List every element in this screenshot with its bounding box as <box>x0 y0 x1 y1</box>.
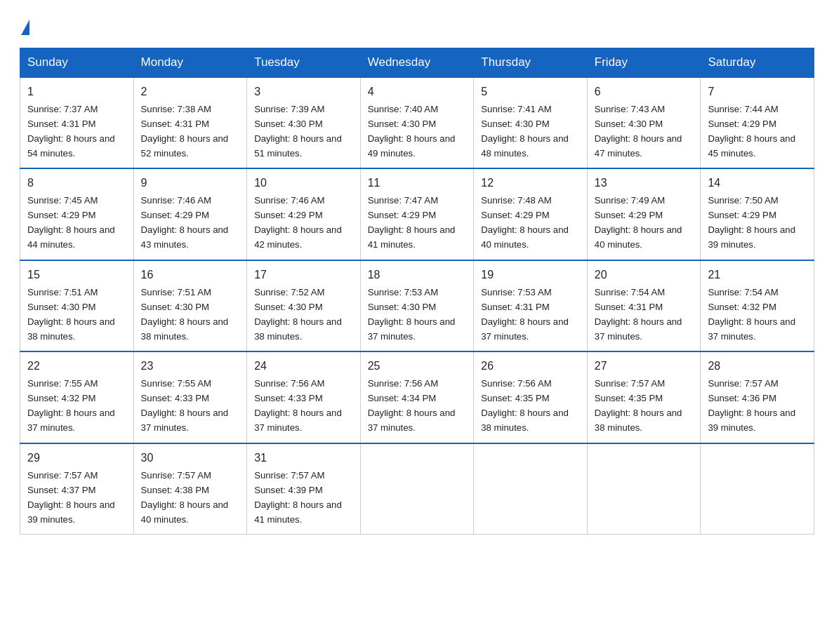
calendar-header-tuesday: Tuesday <box>247 48 361 78</box>
logo <box>20 17 32 35</box>
day-number: 8 <box>27 175 126 192</box>
calendar-cell: 3Sunrise: 7:39 AMSunset: 4:30 PMDaylight… <box>247 77 361 168</box>
day-daylight: Daylight: 8 hours and 37 minutes. <box>254 408 342 433</box>
day-daylight: Daylight: 8 hours and 43 minutes. <box>141 224 229 250</box>
day-daylight: Daylight: 8 hours and 39 minutes. <box>27 499 115 525</box>
calendar-week-row: 8Sunrise: 7:45 AMSunset: 4:29 PMDaylight… <box>20 168 814 260</box>
day-sunset: Sunset: 4:29 PM <box>708 210 776 220</box>
day-daylight: Daylight: 8 hours and 41 minutes. <box>254 499 342 525</box>
day-sunset: Sunset: 4:30 PM <box>141 302 210 312</box>
day-sunrise: Sunrise: 7:57 AM <box>141 470 211 481</box>
calendar-table: SundayMondayTuesdayWednesdayThursdayFrid… <box>20 48 814 535</box>
day-daylight: Daylight: 8 hours and 52 minutes. <box>141 133 229 159</box>
calendar-cell: 26Sunrise: 7:56 AMSunset: 4:35 PMDayligh… <box>474 351 588 443</box>
calendar-cell: 24Sunrise: 7:56 AMSunset: 4:33 PMDayligh… <box>247 351 361 443</box>
calendar-cell: 29Sunrise: 7:57 AMSunset: 4:37 PMDayligh… <box>20 443 134 535</box>
day-sunrise: Sunrise: 7:56 AM <box>254 378 324 389</box>
calendar-cell: 5Sunrise: 7:41 AMSunset: 4:30 PMDaylight… <box>474 77 588 168</box>
day-number: 25 <box>368 358 467 375</box>
day-number: 3 <box>254 83 353 101</box>
day-daylight: Daylight: 8 hours and 45 minutes. <box>708 133 795 159</box>
calendar-cell: 23Sunrise: 7:55 AMSunset: 4:33 PMDayligh… <box>133 351 247 443</box>
day-sunrise: Sunrise: 7:48 AM <box>481 195 551 206</box>
day-number: 28 <box>708 358 807 375</box>
page-header <box>20 17 814 35</box>
calendar-cell: 31Sunrise: 7:57 AMSunset: 4:39 PMDayligh… <box>247 443 361 535</box>
day-sunset: Sunset: 4:29 PM <box>708 119 776 129</box>
day-sunset: Sunset: 4:31 PM <box>27 119 96 129</box>
day-number: 14 <box>708 175 807 192</box>
day-number: 16 <box>141 267 240 284</box>
day-daylight: Daylight: 8 hours and 40 minutes. <box>141 499 229 525</box>
calendar-cell: 7Sunrise: 7:44 AMSunset: 4:29 PMDaylight… <box>701 77 814 168</box>
calendar-cell: 22Sunrise: 7:55 AMSunset: 4:32 PMDayligh… <box>20 351 134 443</box>
day-number: 11 <box>368 175 467 192</box>
day-number: 23 <box>141 358 240 375</box>
day-sunset: Sunset: 4:33 PM <box>254 393 323 403</box>
day-daylight: Daylight: 8 hours and 39 minutes. <box>708 224 795 250</box>
day-daylight: Daylight: 8 hours and 51 minutes. <box>254 133 342 159</box>
day-number: 24 <box>254 358 353 375</box>
calendar-cell: 18Sunrise: 7:53 AMSunset: 4:30 PMDayligh… <box>360 260 474 351</box>
day-daylight: Daylight: 8 hours and 38 minutes. <box>481 408 569 433</box>
day-daylight: Daylight: 8 hours and 37 minutes. <box>27 408 115 433</box>
calendar-cell: 15Sunrise: 7:51 AMSunset: 4:30 PMDayligh… <box>20 260 134 351</box>
day-sunset: Sunset: 4:30 PM <box>368 302 437 312</box>
calendar-cell: 2Sunrise: 7:38 AMSunset: 4:31 PMDaylight… <box>133 77 247 168</box>
day-sunset: Sunset: 4:30 PM <box>595 119 663 129</box>
calendar-header-wednesday: Wednesday <box>360 48 474 78</box>
day-daylight: Daylight: 8 hours and 38 minutes. <box>254 316 342 342</box>
day-daylight: Daylight: 8 hours and 40 minutes. <box>481 224 569 250</box>
day-sunrise: Sunrise: 7:43 AM <box>595 104 665 114</box>
day-number: 13 <box>595 175 694 192</box>
day-number: 5 <box>481 83 580 101</box>
calendar-cell: 4Sunrise: 7:40 AMSunset: 4:30 PMDaylight… <box>360 77 474 168</box>
day-number: 31 <box>254 450 353 467</box>
day-daylight: Daylight: 8 hours and 40 minutes. <box>595 224 682 250</box>
day-sunset: Sunset: 4:29 PM <box>368 210 437 220</box>
day-sunset: Sunset: 4:34 PM <box>368 393 437 403</box>
day-sunrise: Sunrise: 7:57 AM <box>595 378 665 389</box>
day-sunset: Sunset: 4:29 PM <box>27 210 96 220</box>
calendar-cell: 12Sunrise: 7:48 AMSunset: 4:29 PMDayligh… <box>474 168 588 260</box>
day-number: 17 <box>254 267 353 284</box>
day-sunrise: Sunrise: 7:46 AM <box>141 195 211 206</box>
calendar-cell <box>701 443 814 535</box>
day-number: 19 <box>481 267 580 284</box>
day-sunset: Sunset: 4:30 PM <box>27 302 96 312</box>
day-number: 10 <box>254 175 353 192</box>
day-number: 30 <box>141 450 240 467</box>
day-sunrise: Sunrise: 7:44 AM <box>708 104 778 114</box>
calendar-cell <box>587 443 701 535</box>
day-daylight: Daylight: 8 hours and 37 minutes. <box>481 316 569 342</box>
day-sunset: Sunset: 4:31 PM <box>141 119 210 129</box>
day-sunset: Sunset: 4:38 PM <box>141 485 210 495</box>
calendar-cell: 20Sunrise: 7:54 AMSunset: 4:31 PMDayligh… <box>587 260 701 351</box>
day-sunset: Sunset: 4:32 PM <box>27 393 96 403</box>
calendar-cell: 1Sunrise: 7:37 AMSunset: 4:31 PMDaylight… <box>20 77 134 168</box>
calendar-cell <box>360 443 474 535</box>
calendar-week-row: 1Sunrise: 7:37 AMSunset: 4:31 PMDaylight… <box>20 77 814 168</box>
day-sunset: Sunset: 4:31 PM <box>595 302 663 312</box>
day-sunset: Sunset: 4:33 PM <box>141 393 210 403</box>
day-sunrise: Sunrise: 7:56 AM <box>481 378 551 389</box>
calendar-cell: 10Sunrise: 7:46 AMSunset: 4:29 PMDayligh… <box>247 168 361 260</box>
day-sunrise: Sunrise: 7:51 AM <box>141 287 211 297</box>
day-daylight: Daylight: 8 hours and 47 minutes. <box>595 133 682 159</box>
day-sunrise: Sunrise: 7:54 AM <box>708 287 778 297</box>
day-number: 26 <box>481 358 580 375</box>
logo-triangle-icon <box>21 20 29 35</box>
day-sunrise: Sunrise: 7:52 AM <box>254 287 324 297</box>
day-sunrise: Sunrise: 7:57 AM <box>27 470 98 481</box>
day-sunrise: Sunrise: 7:47 AM <box>368 195 438 206</box>
day-sunset: Sunset: 4:29 PM <box>481 210 550 220</box>
calendar-header-monday: Monday <box>133 48 247 78</box>
day-daylight: Daylight: 8 hours and 38 minutes. <box>595 408 682 433</box>
day-sunrise: Sunrise: 7:46 AM <box>254 195 324 206</box>
day-sunset: Sunset: 4:30 PM <box>254 302 323 312</box>
day-sunset: Sunset: 4:39 PM <box>254 485 323 495</box>
day-sunset: Sunset: 4:29 PM <box>254 210 323 220</box>
day-sunrise: Sunrise: 7:53 AM <box>368 287 438 297</box>
day-daylight: Daylight: 8 hours and 39 minutes. <box>708 408 795 433</box>
day-sunrise: Sunrise: 7:40 AM <box>368 104 438 114</box>
